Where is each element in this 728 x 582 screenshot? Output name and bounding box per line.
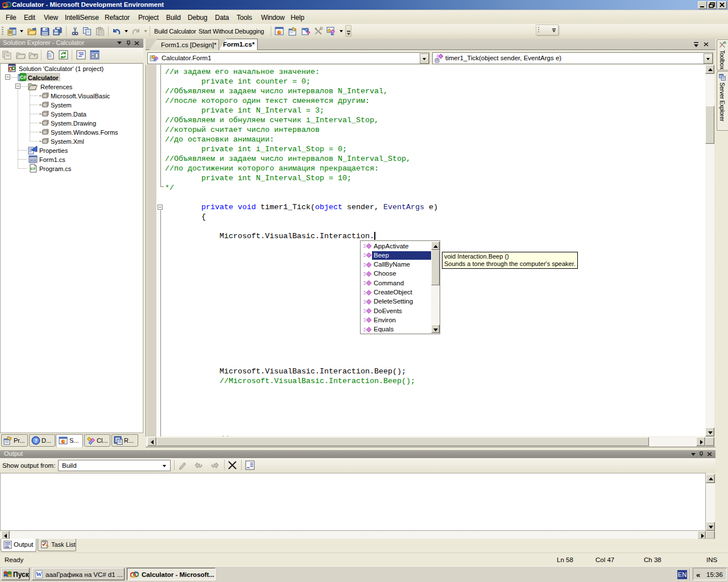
svg-text:W: W	[36, 571, 42, 577]
svg-text:C#: C#	[20, 74, 26, 80]
svg-text:?: ?	[35, 438, 38, 444]
svg-text:c#: c#	[31, 166, 36, 171]
